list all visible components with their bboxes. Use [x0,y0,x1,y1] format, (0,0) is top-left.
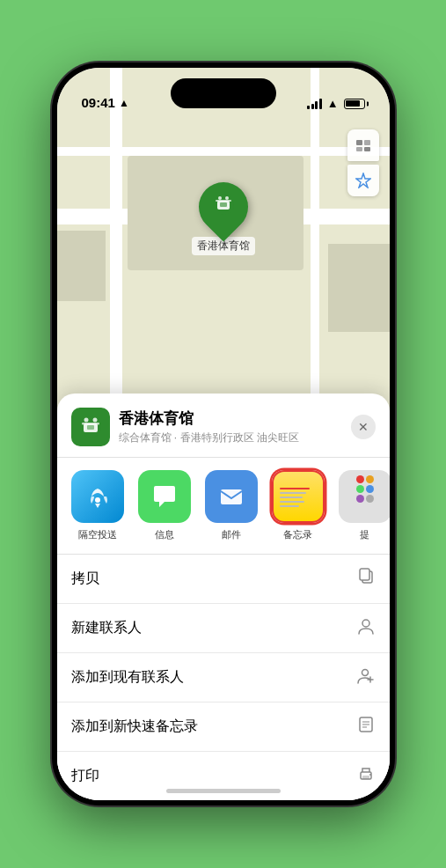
close-button[interactable]: ✕ [351,415,376,439]
dynamic-island [171,78,276,108]
share-message[interactable]: 信息 [138,470,191,541]
map-road-v1 [110,68,122,438]
map-controls [347,129,379,196]
wifi-icon: ▲ [327,97,339,110]
share-more[interactable]: 提 [339,470,390,541]
status-icons: ▲ [307,97,364,110]
status-time: 09:41 [82,95,115,110]
action-add-existing[interactable]: 添加到现有联系人 [57,653,390,702]
map-road-h2 [57,147,390,156]
pin-inner [211,192,236,222]
map-area[interactable]: 南口 [57,68,390,438]
share-airdrop[interactable]: 隔空投送 [71,470,124,541]
mail-icon [205,470,258,523]
action-new-contact-label: 新建联系人 [71,619,142,637]
svg-rect-15 [87,425,94,430]
action-list: 拷贝 新建联系人 [57,555,390,800]
copy-icon [356,567,376,591]
location-button[interactable] [347,165,379,196]
action-add-existing-label: 添加到现有联系人 [71,668,184,687]
svg-rect-27 [362,776,369,779]
map-road-v2 [311,68,319,438]
person-icon [356,616,376,640]
notes-icon [272,470,325,523]
svg-rect-3 [364,147,370,151]
svg-rect-1 [364,140,370,145]
share-notes[interactable]: 备忘录 [272,470,325,541]
map-block2 [57,231,106,301]
more-icon [339,470,390,523]
phone-screen: 09:41 ▲ ▲ 南口 [57,68,390,800]
svg-rect-12 [82,423,99,425]
svg-point-14 [92,418,97,423]
svg-rect-6 [216,200,231,202]
person-add-icon [356,666,376,689]
pin-circle [188,172,258,241]
location-indicator: ▲ [119,97,129,109]
svg-rect-9 [220,202,227,207]
home-indicator [166,789,281,793]
mail-label: 邮件 [222,528,241,541]
more-label: 提 [360,528,369,541]
venue-info: 香港体育馆 综合体育馆 · 香港特别行政区 油尖旺区 [119,408,351,445]
map-block3 [328,244,390,332]
airdrop-icon [71,470,124,523]
map-type-button[interactable] [347,129,379,161]
venue-icon [71,408,110,446]
venue-header: 香港体育馆 综合体育馆 · 香港特别行政区 油尖旺区 ✕ [57,408,390,458]
action-copy[interactable]: 拷贝 [57,555,390,604]
action-copy-label: 拷贝 [71,570,99,588]
share-row: 隔空投送 信息 [57,458,390,555]
action-print-label: 打印 [71,767,99,785]
venue-name: 香港体育馆 [119,408,351,429]
airdrop-label: 隔空投送 [78,528,117,541]
action-add-notes[interactable]: 添加到新快速备忘录 [57,702,390,752]
svg-point-20 [362,620,369,627]
message-label: 信息 [155,528,174,541]
notes-label: 备忘录 [283,528,312,541]
share-mail[interactable]: 邮件 [205,470,258,541]
svg-rect-2 [356,147,362,151]
svg-point-13 [84,418,88,423]
svg-point-28 [369,774,371,776]
svg-rect-0 [356,140,362,145]
svg-rect-17 [221,489,242,504]
message-icon [138,470,191,523]
action-add-notes-label: 添加到新快速备忘录 [71,717,198,736]
svg-point-21 [362,670,368,676]
note-icon [356,715,376,739]
location-pin: 香港体育馆 [192,182,255,255]
signal-bars [307,99,322,109]
svg-point-16 [95,497,100,503]
battery-icon [344,99,365,109]
action-new-contact[interactable]: 新建联系人 [57,604,390,653]
venue-subtitle: 综合体育馆 · 香港特别行政区 油尖旺区 [119,430,351,445]
print-icon [356,764,376,788]
phone-frame: 09:41 ▲ ▲ 南口 [52,63,395,805]
svg-rect-19 [360,569,369,580]
bottom-sheet: 香港体育馆 综合体育馆 · 香港特别行政区 油尖旺区 ✕ [57,394,390,800]
